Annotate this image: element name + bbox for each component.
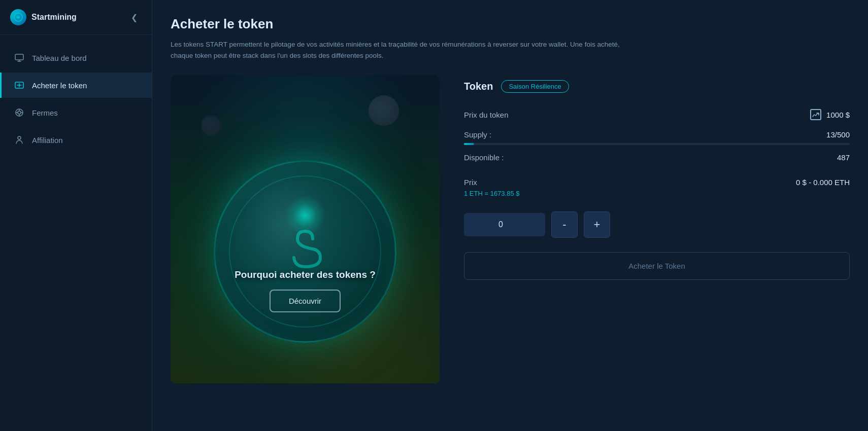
sidebar-item-tableau-de-bord-label: Tableau de bord [32, 54, 87, 62]
svg-point-5 [18, 136, 21, 139]
sidebar-header: Startmining ❮ [0, 0, 152, 35]
supply-row: Supply : 13/500 [464, 130, 850, 139]
supply-value: 13/500 [826, 130, 850, 139]
prix-du-token-row: Prix du token 1000 $ [464, 109, 850, 120]
svg-point-4 [18, 111, 21, 114]
token-image-card: Pourquoi acheter des tokens ? Découvrir [171, 75, 440, 383]
planet-decoration-left [201, 116, 221, 136]
sidebar-item-fermes-label: Fermes [32, 109, 58, 117]
sidebar-item-affiliation[interactable]: Affiliation [0, 127, 152, 153]
quantity-input[interactable] [464, 213, 545, 236]
image-overlay: Pourquoi acheter des tokens ? Découvrir [171, 269, 440, 312]
page-title: Acheter le token [171, 16, 850, 32]
quantity-plus-button[interactable]: + [584, 211, 610, 238]
prix-value: 0 $ - 0.000 ETH [796, 178, 850, 187]
app-name: Startmining [31, 13, 77, 22]
supply-progress-bar [464, 143, 850, 145]
affiliation-icon [14, 134, 25, 146]
sidebar-item-acheter-le-token-label: Acheter le token [32, 81, 87, 90]
svg-rect-1 [15, 54, 23, 60]
nav-items: Tableau de bord Acheter le token Ferm [0, 35, 152, 163]
sidebar-item-affiliation-label: Affiliation [32, 136, 63, 145]
monitor-icon [14, 52, 25, 63]
eth-rate: 1 ETH = 1673.85 $ [464, 190, 850, 197]
quantity-minus-button[interactable]: - [551, 211, 578, 238]
right-panel: Token Saison Résilience Prix du token 10… [440, 75, 850, 415]
token-header: Token Saison Résilience [464, 80, 850, 93]
prix-du-token-value-group: 1000 $ [810, 109, 850, 120]
token-label: Token [464, 81, 493, 92]
prix-du-token-label: Prix du token [464, 111, 509, 119]
buy-token-button[interactable]: Acheter le Token [464, 252, 850, 280]
farm-icon [14, 107, 25, 118]
token-icon [14, 80, 25, 91]
page-description: Les tokens START permettent le pilotage … [171, 39, 627, 61]
collapse-sidebar-button[interactable]: ❮ [127, 11, 142, 24]
sidebar-logo: Startmining [10, 9, 77, 25]
prix-row: Prix 0 $ - 0.000 ETH [464, 178, 850, 187]
disponible-label: Disponible : [464, 153, 504, 162]
quantity-row: - + [464, 211, 850, 238]
disponible-value: 487 [837, 153, 850, 162]
planet-decoration-right [369, 95, 399, 126]
chart-icon [810, 109, 821, 120]
disponible-row: Disponible : 487 [464, 153, 850, 162]
discover-button[interactable]: Découvrir [270, 290, 341, 312]
content-area: Pourquoi acheter des tokens ? Découvrir … [171, 75, 850, 415]
supply-progress-fill [464, 143, 474, 145]
sidebar: Startmining ❮ Tableau de bord Acheter [0, 0, 152, 431]
overlay-question-text: Pourquoi acheter des tokens ? [171, 269, 440, 280]
logo-icon [10, 9, 26, 25]
prix-du-token-value: 1000 $ [826, 111, 850, 119]
sidebar-item-fermes[interactable]: Fermes [0, 100, 152, 125]
main-content: Acheter le token Les tokens START permet… [152, 0, 868, 431]
prix-label: Prix [464, 178, 477, 187]
sidebar-item-tableau-de-bord[interactable]: Tableau de bord [0, 45, 152, 70]
season-badge: Saison Résilience [501, 80, 569, 93]
sidebar-item-acheter-le-token[interactable]: Acheter le token [0, 73, 152, 98]
supply-label: Supply : [464, 130, 491, 139]
